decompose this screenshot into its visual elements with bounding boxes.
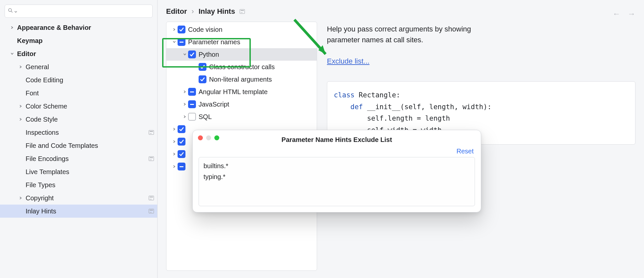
chevron-right-icon: › xyxy=(192,7,194,16)
tree-item-label: JavaScript xyxy=(199,101,229,108)
dialog-title: Parameter Name Hints Exclude List xyxy=(193,130,481,146)
sidebar-item-label: Appearance & Behavior xyxy=(17,24,154,31)
chevron-right-icon[interactable] xyxy=(182,102,188,106)
forward-button[interactable]: → xyxy=(628,10,635,18)
sidebar-item[interactable]: Live Templates xyxy=(0,165,157,178)
window-close-button[interactable] xyxy=(198,135,203,140)
exclude-list-dialog[interactable]: Parameter Name Hints Exclude List Reset … xyxy=(192,130,481,212)
sidebar-item-label: General xyxy=(26,63,154,71)
window-minimize-button[interactable] xyxy=(206,135,211,140)
tree-item-label: Python xyxy=(199,51,219,58)
sidebar-item[interactable]: File Encodings xyxy=(0,152,157,165)
sidebar-item[interactable]: Code Editing xyxy=(0,73,157,87)
sidebar-item[interactable]: File Types xyxy=(0,178,157,191)
module-badge-icon xyxy=(149,209,154,213)
checkbox[interactable] xyxy=(178,26,185,33)
chevron-right-icon[interactable] xyxy=(171,127,178,131)
hint-description: Help you pass correct arguments by showi… xyxy=(327,24,498,45)
breadcrumb-root[interactable]: Editor xyxy=(166,7,187,16)
checkbox[interactable] xyxy=(199,75,206,83)
tree-item-label: Code vision xyxy=(188,26,223,33)
chevron-right-icon[interactable] xyxy=(18,104,24,108)
exclude-pattern: typing.* xyxy=(204,171,470,182)
sidebar-item[interactable]: Inspections xyxy=(0,126,157,139)
tree-row[interactable]: SQL xyxy=(166,110,317,123)
checkbox[interactable] xyxy=(188,113,196,121)
checkbox[interactable] xyxy=(178,138,185,146)
sidebar-item[interactable]: Copyright xyxy=(0,191,157,205)
checkbox[interactable] xyxy=(188,50,196,58)
chevron-right-icon[interactable] xyxy=(18,196,24,200)
chevron-right-icon[interactable] xyxy=(182,115,188,119)
sidebar-item[interactable]: General xyxy=(0,60,157,73)
checkbox[interactable] xyxy=(178,38,185,46)
checkbox[interactable] xyxy=(188,88,196,96)
tree-item-label: Angular HTML template xyxy=(199,88,268,96)
sidebar-item-label: Inspections xyxy=(26,129,147,136)
chevron-right-icon[interactable] xyxy=(18,65,24,69)
exclude-pattern: builtins.* xyxy=(204,161,470,171)
sidebar-item-label: Code Style xyxy=(26,116,154,123)
window-maximize-button[interactable] xyxy=(214,135,219,140)
search-field[interactable] xyxy=(19,8,150,15)
sidebar-item[interactable]: Color Scheme xyxy=(0,100,157,113)
checkbox[interactable] xyxy=(178,150,185,158)
module-badge-icon xyxy=(149,156,154,161)
chevron-right-icon[interactable] xyxy=(171,140,178,144)
breadcrumb: Editor › Inlay Hints xyxy=(166,7,635,16)
sidebar-item-label: Code Editing xyxy=(26,76,154,84)
module-badge-icon xyxy=(149,196,154,200)
chevron-down-icon[interactable] xyxy=(171,40,178,44)
sidebar-item-label: Font xyxy=(26,89,154,97)
chevron-right-icon[interactable] xyxy=(182,90,188,94)
checkbox[interactable] xyxy=(178,163,185,170)
sidebar-item-label: File Encodings xyxy=(26,155,147,163)
chevron-right-icon[interactable] xyxy=(9,26,15,30)
tree-item-label: Class constructor calls xyxy=(209,63,275,71)
tree-row[interactable]: Angular HTML template xyxy=(166,86,317,98)
checkbox[interactable] xyxy=(178,125,185,133)
tree-row[interactable]: Parameter names xyxy=(166,36,317,48)
sidebar-item[interactable]: Appearance & Behavior xyxy=(0,21,157,34)
sidebar-item[interactable]: File and Code Templates xyxy=(0,139,157,152)
chevron-down-icon[interactable] xyxy=(9,52,15,56)
chevron-down-icon xyxy=(13,8,17,15)
tree-row[interactable]: Python xyxy=(166,48,317,61)
sidebar-item[interactable]: Font xyxy=(0,87,157,100)
chevron-right-icon[interactable] xyxy=(171,28,178,31)
checkbox[interactable] xyxy=(199,63,206,71)
sidebar-item-label: File Types xyxy=(26,181,154,189)
chevron-right-icon[interactable] xyxy=(171,165,178,169)
tree-row[interactable]: •Class constructor calls xyxy=(166,61,317,73)
sidebar-item[interactable]: Inlay Hints xyxy=(0,205,157,218)
checkbox[interactable] xyxy=(188,100,196,108)
sidebar-item[interactable]: Editor xyxy=(0,47,157,60)
sidebar-item-label: Color Scheme xyxy=(26,103,154,110)
sidebar-item[interactable]: Code Style xyxy=(0,113,157,126)
exclude-list-link[interactable]: Exclude list... xyxy=(327,57,370,66)
tree-row[interactable]: JavaScript xyxy=(166,98,317,110)
sidebar-item-label: Live Templates xyxy=(26,168,154,176)
sidebar-item-label: Editor xyxy=(17,50,154,58)
tree-item-label: Non-literal arguments xyxy=(209,76,272,83)
exclude-list-textarea[interactable]: builtins.*typing.* xyxy=(199,157,475,206)
reset-link[interactable]: Reset xyxy=(457,148,474,155)
sidebar-item-label: File and Code Templates xyxy=(26,142,154,149)
chevron-right-icon[interactable] xyxy=(171,152,178,156)
breadcrumb-leaf: Inlay Hints xyxy=(199,7,235,16)
chevron-down-icon[interactable] xyxy=(182,52,188,56)
module-badge-icon xyxy=(149,130,154,135)
module-badge-icon xyxy=(240,9,245,14)
sidebar-item-label: Inlay Hints xyxy=(26,208,147,215)
settings-search-input[interactable] xyxy=(5,5,153,18)
tree-item-label: Parameter names xyxy=(188,38,240,46)
back-button[interactable]: ← xyxy=(612,10,620,18)
chevron-right-icon[interactable] xyxy=(18,117,24,121)
tree-row[interactable]: •Non-literal arguments xyxy=(166,73,317,86)
sidebar-item[interactable]: Keymap xyxy=(0,34,157,47)
tree-item-label: SQL xyxy=(199,113,212,121)
tree-row[interactable]: Code vision xyxy=(166,23,317,36)
search-icon xyxy=(8,8,13,15)
sidebar-item-label: Copyright xyxy=(26,194,147,202)
settings-tree[interactable]: Appearance & BehaviorKeymapEditorGeneral… xyxy=(0,21,157,278)
